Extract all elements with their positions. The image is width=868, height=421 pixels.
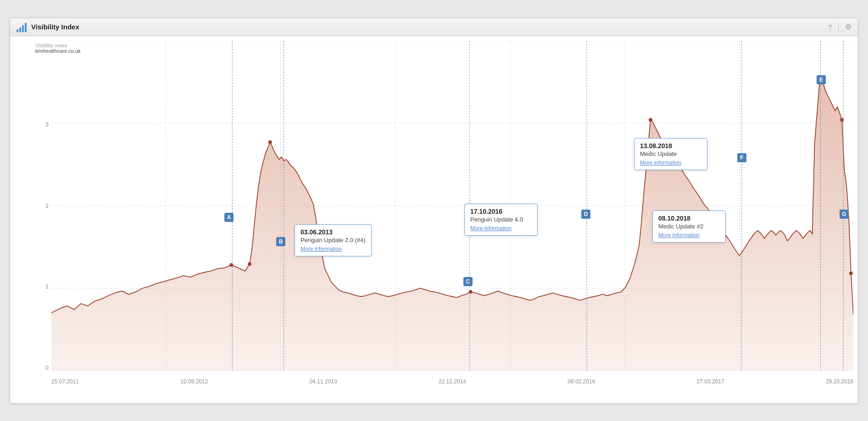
chart-svg (51, 41, 853, 371)
marker-C[interactable]: C (463, 277, 473, 286)
x-axis: 25.07.2011 10.09.2012 04.11.2013 22.12.2… (51, 376, 853, 385)
visibility-index-widget: Visibility Index ? ⚙ Visibility Index bm… (10, 18, 858, 404)
help-icon[interactable]: ? (828, 23, 832, 31)
y-axis: 0 1 2 3 4 (33, 41, 51, 371)
y-tick-0: 0 (33, 365, 51, 371)
marker-F[interactable]: F (737, 153, 746, 162)
settings-icon[interactable]: ⚙ (845, 22, 851, 31)
header-divider (838, 23, 839, 31)
svg-point-13 (469, 290, 473, 294)
x-tick-6: 29.10.2018 (826, 378, 853, 385)
marker-G-label: G (842, 211, 846, 217)
x-tick-1: 10.09.2012 (180, 378, 208, 385)
y-tick-3: 3 (33, 122, 51, 128)
x-tick-5: 27.03.2017 (697, 378, 724, 385)
header-left: Visibility Index (17, 22, 79, 32)
marker-A[interactable]: A (224, 213, 234, 222)
y-tick-2: 2 (33, 203, 51, 209)
x-tick-0: 25.07.2011 (51, 378, 79, 385)
svg-point-14 (649, 118, 652, 122)
widget-header: Visibility Index ? ⚙ (10, 18, 858, 36)
header-actions: ? ⚙ (828, 22, 851, 31)
marker-D[interactable]: D (581, 210, 590, 219)
chart-area: Visibility Index bmihealthcare.co.uk 0 1… (10, 36, 858, 403)
widget-title: Visibility Index (31, 23, 79, 31)
marker-E-label: E (819, 77, 823, 83)
chart-svg-container: A B C D E F (51, 41, 853, 371)
marker-B-label: B (279, 238, 283, 245)
marker-B[interactable]: B (276, 237, 285, 246)
svg-point-17 (849, 271, 853, 275)
marker-F-label: F (740, 155, 743, 161)
y-tick-1: 1 (33, 283, 51, 290)
x-tick-2: 04.11.2013 (310, 378, 337, 385)
marker-G[interactable]: G (840, 210, 849, 219)
marker-A-label: A (227, 214, 231, 221)
marker-C-label: C (466, 278, 470, 285)
marker-D-label: D (584, 211, 588, 217)
x-tick-4: 08.02.2016 (568, 378, 595, 385)
chart-icon (17, 22, 27, 32)
svg-point-12 (248, 262, 251, 266)
x-tick-3: 22.12.2014 (439, 378, 466, 385)
svg-point-10 (229, 263, 233, 266)
marker-E[interactable]: E (817, 75, 826, 84)
chart-container: 0 1 2 3 4 (33, 41, 853, 385)
svg-point-11 (268, 140, 272, 144)
